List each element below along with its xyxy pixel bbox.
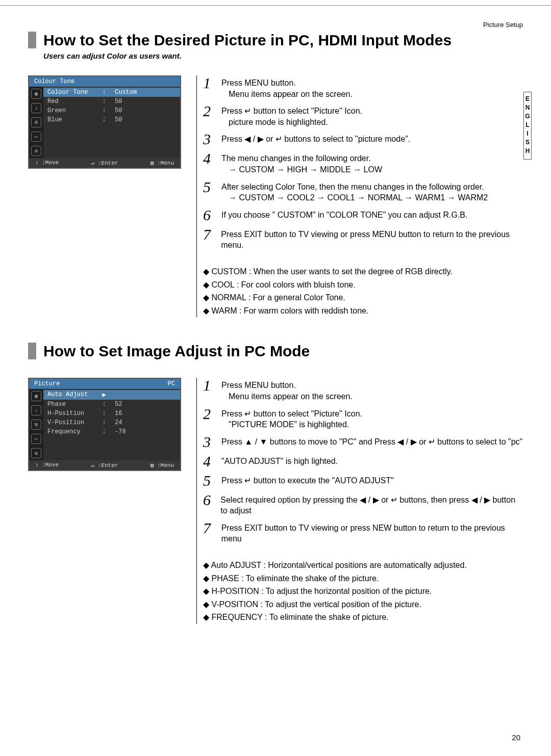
channel-icon: ⊞ [31,420,41,430]
instruction-step: 2Press ↵ button to select "Picture" Icon… [203,406,523,430]
note-item: COOL : For cool colors with bluish tone. [203,278,523,292]
osd-row-value: 52 [110,401,176,408]
osd-row: Blue:50 [43,115,180,124]
osd-row-label: Phase [47,401,98,408]
osd-row: Phase:52 [43,400,180,409]
osd-row: Colour Tone:Custom [43,88,180,97]
osd-title: Picture [34,380,60,387]
instructions-column: 1Press MENU button.Menu items appear on … [196,75,523,317]
step-number: 1 [203,75,214,91]
osd-screenshot: Picture PC ▣ ♪ ⊞ ▭ ✿ Auto Adjust▶Phase:5… [28,378,181,624]
step-text: Select required option by pressing the ◀… [220,494,523,516]
step-text: Menu items appear on the screen. [229,391,353,402]
section-title: How to Set the Desired Picture in PC, HD… [28,32,523,48]
osd-row-sel: : [102,89,107,96]
step-number: 7 [203,520,214,536]
title-bar-decoration [28,32,36,48]
osd-title-right: PC [168,380,175,387]
step-text: picture mode is highlighted. [229,117,362,128]
section-heading: How to Set Image Adjust in PC Mode [43,343,310,359]
section-body: Colour Tone ▣ ♪ ⊞ ▭ ✿ Colour Tone:Custom… [28,75,523,317]
osd-row-value: 50 [110,98,176,105]
osd-row-value: -78 [110,428,176,435]
step-number: 5 [203,473,214,488]
step-text: Press ↵ button to select "Picture" Icon. [221,408,362,420]
step-number: 3 [203,434,214,450]
instruction-step: 1Press MENU button.Menu items appear on … [203,378,523,402]
osd-row-label: Blue [47,116,98,123]
screen-icon: ▭ [31,434,41,444]
step-text: "AUTO ADJUST" is high lighted. [221,456,338,467]
settings-icon: ✿ [31,146,41,156]
step-number: 4 [203,151,214,166]
instruction-step: 7Press EXIT button to TV viewing or pres… [203,520,523,544]
instruction-step: 5Press ↵ button to execute the "AUTO ADJ… [203,473,523,488]
instruction-step: 2Press ↵ button to select "Picture" Icon… [203,103,523,127]
section-title: How to Set Image Adjust in PC Mode [28,343,523,359]
section-body: Picture PC ▣ ♪ ⊞ ▭ ✿ Auto Adjust▶Phase:5… [28,378,523,624]
osd-icon-strip: ▣ ♪ ⊞ ▭ ✿ [29,389,43,460]
step-text: Press ◀ / ▶ or ↵ buttons to select to "p… [221,134,410,145]
sound-icon: ♪ [31,103,41,113]
step-number: 6 [203,492,213,508]
osd-row-label: Frequency [47,428,98,435]
osd-row-label: Colour Tone [47,89,98,96]
page-header: Picture Setup [28,21,523,29]
instruction-step: 4The menu changes in the following order… [203,151,523,175]
osd-row: Frequency:-78 [43,427,180,436]
step-number: 2 [203,406,214,422]
step-text: Press MENU button. [221,77,353,89]
osd-row-sel: : [102,419,107,426]
osd-row-sel: : [102,98,107,105]
osd-row-label: H-Position [47,410,98,417]
instructions-column: 1Press MENU button.Menu items appear on … [196,378,523,624]
instruction-step: 3Press ▲ / ▼ buttons to move to "PC" and… [203,434,523,450]
notes-list: Auto ADJUST : Horizontal/vertical positi… [203,559,523,624]
osd-title: Colour Tone [34,78,74,85]
osd-row: H-Position:16 [43,409,180,418]
step-number: 3 [203,132,214,147]
section-subtitle: Users can adjust Color as users want. [43,51,523,60]
osd-enter-hint: ↵ :Enter [91,462,118,468]
step-text: Press ↵ button to select "Picture" Icon. [221,106,362,117]
section-heading: How to Set the Desired Picture in PC, HD… [43,32,452,48]
note-item: Auto ADJUST : Horizontal/vertical positi… [203,559,523,572]
instruction-step: 6Select required option by pressing the … [203,492,523,516]
picture-icon: ▣ [31,391,41,401]
page-number: 20 [512,733,520,742]
note-item: CUSTOM : When the user wants to set the … [203,265,523,278]
step-number: 7 [203,227,214,242]
step-text: Press MENU button. [221,380,353,391]
step-text: Press ↵ button to execute the "AUTO ADJU… [221,475,394,486]
picture-icon: ▣ [31,89,41,99]
step-text: If you choose " CUSTOM" in "COLOR TONE" … [221,210,467,221]
osd-row-sel: : [102,107,107,114]
instruction-step: 1Press MENU button.Menu items appear on … [203,75,523,99]
step-number: 4 [203,454,214,469]
instruction-step: 4"AUTO ADJUST" is high lighted. [203,454,523,469]
sound-icon: ♪ [31,405,41,415]
screen-icon: ▭ [31,132,41,142]
instruction-step: 6If you choose " CUSTOM" in "COLOR TONE"… [203,207,523,223]
step-text: "PICTURE MODE" is highlighted. [229,419,362,430]
notes-list: CUSTOM : When the user wants to set the … [203,265,523,317]
note-item: PHASE : To eliminate the shake of the pi… [203,572,523,585]
osd-row-label: V-Position [47,419,98,426]
osd-row: Green:50 [43,106,180,115]
osd-row-sel: ▶ [102,391,107,399]
osd-menu-hint: ▥ :Menu [151,160,174,166]
osd-row-sel: : [102,116,107,123]
step-text: Press EXIT button to TV viewing or press… [221,229,523,251]
note-item: V-POSITION : To adjust the vertical posi… [203,598,523,611]
note-item: WARM : For warm colors with reddish tone… [203,304,523,318]
osd-row-sel: : [102,428,107,435]
instruction-step: 7Press EXIT button to TV viewing or pres… [203,227,523,251]
step-text: Menu items appear on the screen. [229,89,353,100]
osd-row-sel: : [102,410,107,417]
step-text: The menu changes in the following order. [221,153,382,164]
note-item: FREQUENCY : To eliminate the shake of pi… [203,611,523,624]
osd-row-value [110,391,176,399]
instruction-step: 3Press ◀ / ▶ or ↵ buttons to select to "… [203,132,523,147]
osd-row: V-Position:24 [43,418,180,427]
step-number: 2 [203,103,214,119]
